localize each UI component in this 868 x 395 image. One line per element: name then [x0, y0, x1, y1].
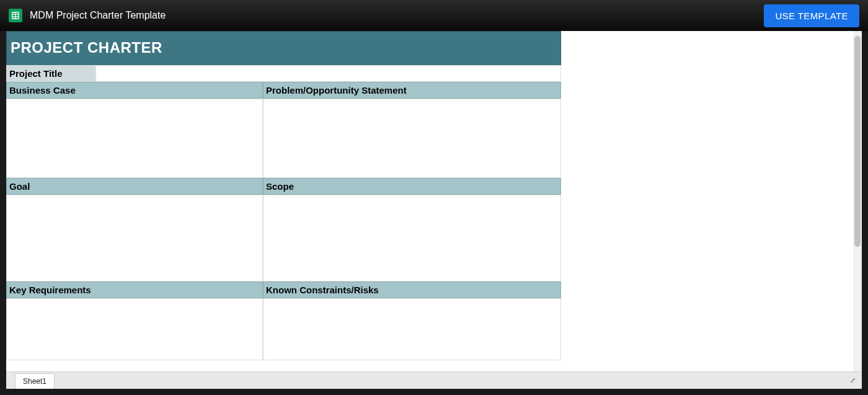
sheet-area[interactable]: PROJECT CHARTER Project Title Business C…	[6, 31, 853, 371]
section-body-row-3	[6, 298, 561, 360]
key-requirements-cell[interactable]	[6, 298, 263, 360]
constraints-risks-cell[interactable]	[263, 298, 561, 360]
business-case-cell[interactable]	[6, 99, 263, 178]
top-bar-left: MDM Project Charter Template	[9, 9, 166, 22]
section-body-row-2	[6, 195, 561, 282]
sheet-tab-sheet1[interactable]: Sheet1	[15, 373, 55, 389]
bottom-bar-right: ⤢	[844, 372, 862, 389]
section-body-row-1	[6, 99, 561, 178]
use-template-button[interactable]: USE TEMPLATE	[764, 4, 859, 27]
banner-title: PROJECT CHARTER	[6, 31, 561, 65]
scope-cell[interactable]	[263, 195, 561, 282]
document-title: MDM Project Charter Template	[30, 10, 166, 21]
goal-cell[interactable]	[6, 195, 263, 282]
section-header-row-1: Business Case Problem/Opportunity Statem…	[6, 82, 561, 99]
problem-statement-header: Problem/Opportunity Statement	[263, 82, 561, 99]
project-title-row: Project Title	[6, 65, 561, 82]
problem-statement-cell[interactable]	[263, 99, 561, 178]
section-header-row-2: Goal Scope	[6, 178, 561, 195]
constraints-risks-header: Known Constraints/Risks	[263, 282, 561, 298]
business-case-header: Business Case	[6, 82, 263, 99]
scope-header: Scope	[263, 178, 561, 195]
vertical-scrollbar[interactable]	[853, 31, 862, 371]
key-requirements-header: Key Requirements	[6, 282, 263, 298]
sheets-icon	[9, 9, 22, 22]
scrollbar-thumb[interactable]	[854, 36, 861, 247]
bottom-bar: Sheet1 ⤢	[6, 371, 862, 389]
goal-header: Goal	[6, 178, 263, 195]
sheet-tabs: Sheet1	[6, 372, 55, 389]
section-header-row-3: Key Requirements Known Constraints/Risks	[6, 282, 561, 298]
expand-icon[interactable]: ⤢	[850, 376, 856, 384]
spreadsheet-grid: PROJECT CHARTER Project Title Business C…	[6, 31, 561, 360]
top-bar: MDM Project Charter Template USE TEMPLAT…	[0, 0, 868, 31]
workspace: PROJECT CHARTER Project Title Business C…	[6, 31, 862, 371]
project-title-input[interactable]	[95, 65, 561, 82]
project-title-label: Project Title	[6, 65, 95, 82]
bottom-bar-spacer	[55, 372, 844, 389]
